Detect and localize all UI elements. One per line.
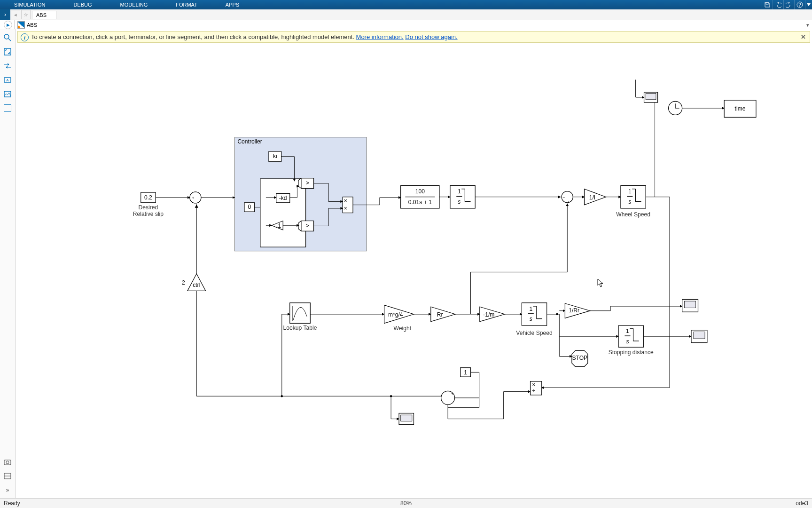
- tab-format[interactable]: FORMAT: [162, 0, 211, 9]
- canvas[interactable]: i To create a connection, click a port, …: [16, 29, 812, 499]
- svg-text:?: ?: [798, 2, 801, 8]
- document-tab-row: › ◂ ☆ ABS: [0, 9, 812, 20]
- stop-text: STOP: [572, 355, 587, 361]
- dismiss-link[interactable]: Do not show again.: [405, 33, 457, 40]
- model-browser-button[interactable]: ▶: [4, 21, 12, 29]
- svg-text:>: >: [306, 222, 309, 229]
- svg-point-3: [4, 34, 9, 39]
- block-integrator-stopdist[interactable]: [618, 325, 643, 347]
- ctrl-in-text: 2: [182, 279, 185, 286]
- svg-point-10: [6, 461, 9, 464]
- svg-line-4: [8, 39, 11, 41]
- block-sum1[interactable]: [190, 192, 201, 203]
- controller-label: Controller: [237, 138, 262, 145]
- more-info-link[interactable]: More information.: [356, 33, 404, 40]
- tab-apps[interactable]: APPS: [211, 0, 253, 9]
- model-icon: [17, 21, 25, 29]
- svg-text:+: +: [567, 200, 570, 205]
- block-lookup[interactable]: [290, 303, 311, 324]
- tab-debug[interactable]: DEBUG: [59, 0, 106, 9]
- notification-text: To create a connection, click a port, te…: [31, 33, 356, 40]
- status-ready: Ready: [4, 500, 20, 507]
- minus1-text: -1: [276, 222, 281, 229]
- status-bar: Ready 80% ode3: [0, 498, 812, 508]
- kd-text: -kd: [279, 195, 287, 201]
- svg-rect-0: [766, 2, 768, 4]
- tab-simulation[interactable]: SIMULATION: [0, 0, 59, 9]
- svg-rect-92: [401, 415, 412, 421]
- svg-text:s: s: [628, 198, 631, 205]
- gain-rr-text: Rr: [437, 311, 443, 318]
- help-dropdown-icon[interactable]: [805, 0, 812, 9]
- svg-text:>: >: [306, 180, 309, 186]
- lookup-label: Lookup Table: [283, 325, 317, 331]
- gain-1I-text: 1/I: [589, 194, 595, 201]
- ribbon: SIMULATION DEBUG MODELING FORMAT APPS ?: [0, 0, 812, 9]
- save-icon[interactable]: [762, 0, 773, 9]
- svg-rect-17: [260, 179, 306, 247]
- nav-back-button[interactable]: ◂: [11, 10, 20, 19]
- box-tool-icon[interactable]: [2, 103, 13, 114]
- breadcrumb: ▶ ABS ▾: [0, 20, 812, 30]
- zoom-tool-icon[interactable]: [2, 32, 13, 43]
- block-gain-rr[interactable]: [431, 307, 455, 321]
- breadcrumb-model[interactable]: ABS: [27, 22, 37, 28]
- svg-text:0.01s + 1: 0.01s + 1: [408, 199, 432, 206]
- model-diagram[interactable]: 0.2 Desired Relative slip + − Controller…: [16, 43, 812, 499]
- svg-text:1: 1: [628, 188, 632, 195]
- svg-point-93: [390, 395, 392, 397]
- redo-icon[interactable]: [783, 0, 794, 9]
- tab-modeling[interactable]: MODELING: [106, 0, 162, 9]
- annotate-tool-icon[interactable]: A: [2, 74, 13, 86]
- collapse-ribbon-button[interactable]: ›: [0, 9, 10, 20]
- expand-tool-icon[interactable]: »: [2, 484, 13, 496]
- svg-text:1: 1: [626, 328, 629, 334]
- svg-text:A: A: [6, 78, 9, 82]
- label-slip1: Desired: [139, 204, 158, 211]
- tf-num: 100: [415, 188, 425, 195]
- tf-den: 0.01s + 1: [408, 199, 432, 206]
- info-icon: i: [21, 33, 29, 41]
- svg-text:−: −: [196, 200, 199, 205]
- panel-tool-icon[interactable]: [2, 470, 13, 482]
- svg-text:×: ×: [344, 205, 347, 212]
- document-tab[interactable]: ABS: [32, 11, 56, 19]
- one-text: 1: [464, 369, 467, 376]
- weight-label: Weight: [394, 325, 412, 332]
- zero-text: 0: [248, 204, 251, 210]
- svg-text:×: ×: [532, 381, 535, 388]
- help-icon[interactable]: ?: [794, 0, 805, 9]
- svg-text:+: +: [192, 196, 195, 200]
- svg-rect-82: [684, 301, 695, 308]
- undo-icon[interactable]: [773, 0, 783, 9]
- close-icon[interactable]: ✕: [801, 33, 806, 40]
- vehicle-speed-label: Vehicle Speed: [516, 330, 552, 336]
- svg-rect-84: [694, 332, 705, 339]
- svg-text:−: −: [563, 195, 565, 199]
- fit-tool-icon[interactable]: [2, 46, 13, 57]
- svg-text:s: s: [626, 338, 629, 345]
- stop-dist-label: Stopping distance: [609, 349, 654, 356]
- status-zoom[interactable]: 80%: [400, 500, 412, 507]
- ki-text: ki: [273, 153, 277, 159]
- svg-rect-5: [4, 48, 11, 55]
- breadcrumb-dropdown-icon[interactable]: ▾: [806, 22, 809, 28]
- arrows-tool-icon[interactable]: [2, 60, 13, 71]
- svg-text:1: 1: [458, 188, 461, 195]
- gain-1rr-text: 1/Rr: [569, 307, 579, 314]
- const-slip-text: 0.2: [144, 194, 152, 201]
- svg-text:s: s: [458, 198, 461, 205]
- time-text: time: [735, 105, 746, 112]
- image-tool-icon[interactable]: [2, 88, 13, 100]
- screenshot-tool-icon[interactable]: [2, 456, 13, 468]
- svg-point-94: [281, 395, 283, 397]
- status-solver[interactable]: ode3: [796, 500, 808, 507]
- nav-fav-button[interactable]: ☆: [21, 10, 31, 19]
- label-slip2: Relative slip: [133, 211, 164, 217]
- svg-text:÷: ÷: [532, 388, 535, 394]
- ctrl-label: ctrl: [193, 282, 200, 288]
- svg-rect-53: [646, 93, 656, 99]
- svg-text:×: ×: [344, 198, 347, 204]
- left-toolbar: A »: [0, 29, 16, 499]
- wheel-speed-label: Wheel Speed: [616, 211, 650, 218]
